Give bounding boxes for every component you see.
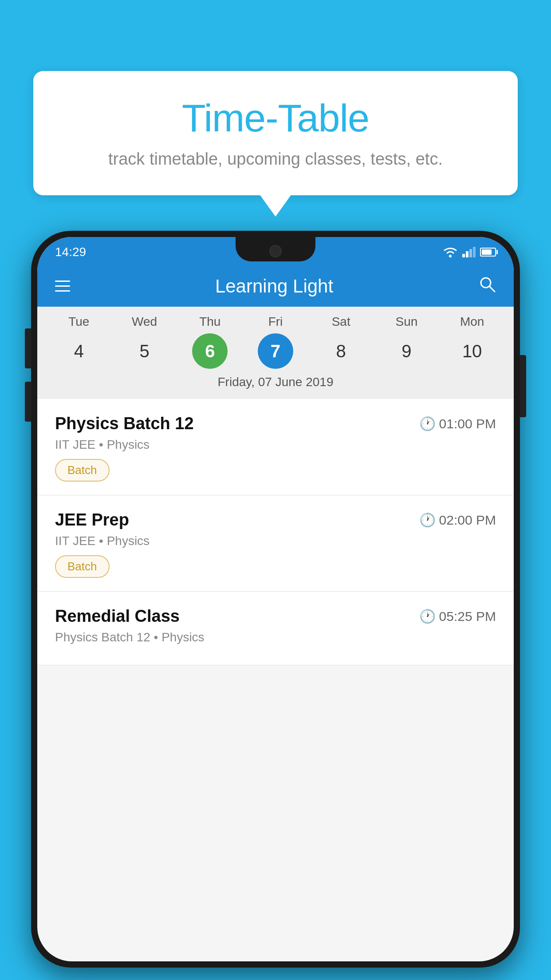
clock-icon-3: 🕐 xyxy=(419,609,436,624)
signal-icon xyxy=(462,247,476,257)
phone-vol-up xyxy=(25,328,31,368)
phone-vol-down xyxy=(25,382,31,422)
search-button[interactable] xyxy=(478,275,496,297)
cal-day-9[interactable]: 9 xyxy=(389,333,424,369)
cal-day-10[interactable]: 10 xyxy=(454,333,490,369)
phone-camera xyxy=(269,245,282,257)
phone-wrapper: 14:29 xyxy=(31,231,520,980)
class-name-1: Physics Batch 12 xyxy=(55,414,194,433)
day-numbers-row: 4 5 6 7 8 9 10 xyxy=(46,333,505,369)
app-header-title: Learning Light xyxy=(215,276,333,297)
speech-bubble-container: Time-Table track timetable, upcoming cla… xyxy=(33,71,518,195)
class-list: Physics Batch 12 🕐 01:00 PM IIT JEE • Ph… xyxy=(37,399,514,665)
day-name-sun: Sun xyxy=(374,315,440,329)
calendar-strip: Tue Wed Thu Fri Sat Sun Mon 4 5 6 7 8 9 … xyxy=(37,307,514,399)
svg-line-6 xyxy=(489,286,495,292)
svg-rect-1 xyxy=(462,254,465,257)
day-name-wed: Wed xyxy=(112,315,177,329)
class-name-2: JEE Prep xyxy=(55,510,129,530)
cal-day-5[interactable]: 5 xyxy=(127,333,162,369)
selected-date-label: Friday, 07 June 2019 xyxy=(46,375,505,395)
day-name-thu: Thu xyxy=(177,315,243,329)
svg-rect-4 xyxy=(473,247,476,257)
class-meta-1: IIT JEE • Physics xyxy=(55,438,496,452)
class-badge-1: Batch xyxy=(55,459,110,482)
page-title: Time-Table xyxy=(60,95,491,141)
status-time: 14:29 xyxy=(55,245,86,259)
clock-icon-1: 🕐 xyxy=(419,416,436,431)
class-item-header-3: Remedial Class 🕐 05:25 PM xyxy=(55,607,496,626)
clock-icon-2: 🕐 xyxy=(419,512,436,528)
class-item-remedial[interactable]: Remedial Class 🕐 05:25 PM Physics Batch … xyxy=(37,592,514,665)
class-item-physics-batch-12[interactable]: Physics Batch 12 🕐 01:00 PM IIT JEE • Ph… xyxy=(37,399,514,495)
class-badge-2: Batch xyxy=(55,555,110,578)
class-item-jee-prep[interactable]: JEE Prep 🕐 02:00 PM IIT JEE • Physics Ba… xyxy=(37,495,514,592)
class-time-1: 🕐 01:00 PM xyxy=(419,416,496,431)
class-name-3: Remedial Class xyxy=(55,607,180,626)
hamburger-menu[interactable] xyxy=(55,281,70,292)
class-time-value-3: 05:25 PM xyxy=(439,609,496,624)
class-item-header-2: JEE Prep 🕐 02:00 PM xyxy=(55,510,496,530)
battery-icon xyxy=(480,248,496,257)
svg-rect-2 xyxy=(466,251,468,257)
app-header: Learning Light xyxy=(37,265,514,307)
status-icons xyxy=(443,246,496,258)
class-time-value-1: 01:00 PM xyxy=(439,416,496,431)
cal-day-7-selected[interactable]: 7 xyxy=(258,333,293,369)
cal-day-6-today[interactable]: 6 xyxy=(192,333,228,369)
cal-day-4[interactable]: 4 xyxy=(61,333,97,369)
day-name-sat: Sat xyxy=(308,315,374,329)
class-time-3: 🕐 05:25 PM xyxy=(419,609,496,624)
day-names-row: Tue Wed Thu Fri Sat Sun Mon xyxy=(46,315,505,329)
phone-screen: 14:29 xyxy=(37,237,514,961)
cal-day-8[interactable]: 8 xyxy=(323,333,359,369)
svg-rect-3 xyxy=(469,249,472,257)
speech-bubble: Time-Table track timetable, upcoming cla… xyxy=(33,71,518,195)
class-meta-2: IIT JEE • Physics xyxy=(55,534,496,548)
class-time-value-2: 02:00 PM xyxy=(439,513,496,528)
class-meta-3: Physics Batch 12 • Physics xyxy=(55,630,496,644)
phone-power-button xyxy=(520,355,526,417)
day-name-fri: Fri xyxy=(243,315,308,329)
class-time-2: 🕐 02:00 PM xyxy=(419,512,496,528)
phone-notch xyxy=(236,237,315,261)
class-item-header-1: Physics Batch 12 🕐 01:00 PM xyxy=(55,414,496,433)
phone-outer: 14:29 xyxy=(31,231,520,968)
day-name-tue: Tue xyxy=(46,315,112,329)
wifi-icon xyxy=(443,246,458,258)
day-name-mon: Mon xyxy=(439,315,505,329)
svg-point-0 xyxy=(449,255,452,257)
page-subtitle: track timetable, upcoming classes, tests… xyxy=(60,150,491,169)
